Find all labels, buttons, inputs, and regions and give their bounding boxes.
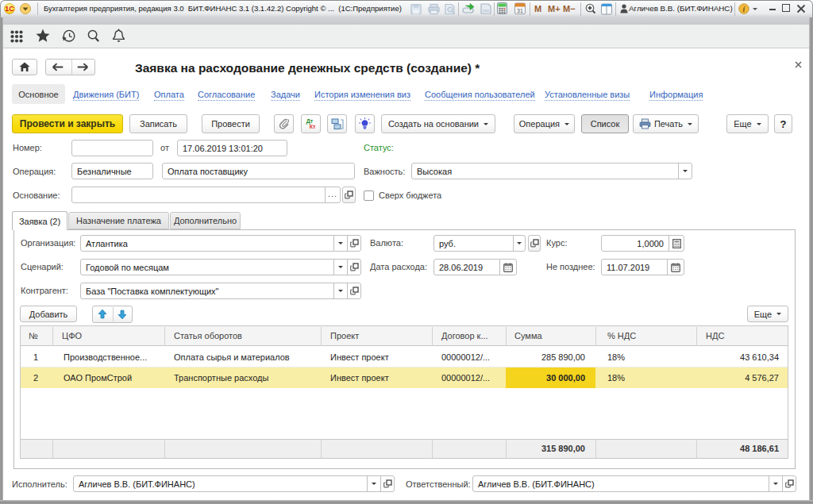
svg-text:1С: 1С <box>5 5 14 13</box>
svg-text:i: i <box>743 5 746 13</box>
svg-text:31: 31 <box>517 8 523 13</box>
